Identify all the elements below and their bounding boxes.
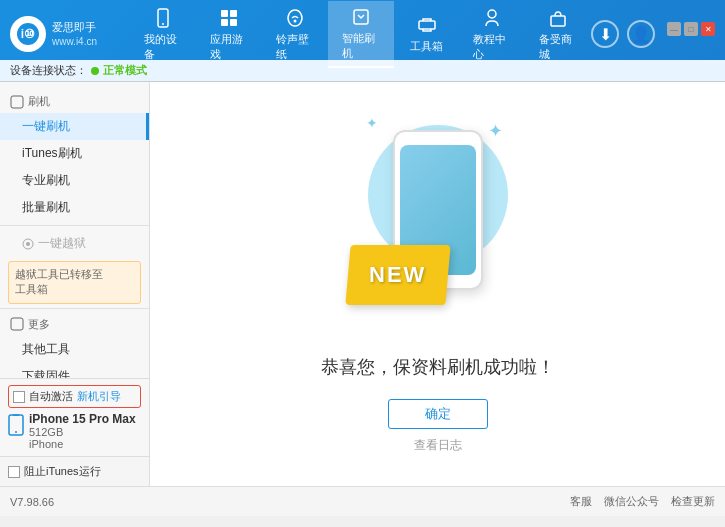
- sparkle-right: ✦: [488, 120, 503, 142]
- user-btn[interactable]: 👤: [627, 20, 655, 48]
- tab-shop-label: 备受商城: [539, 32, 577, 62]
- sidebar-item-one-click[interactable]: 一键刷机: [0, 113, 149, 140]
- item-one-click-label: 一键刷机: [22, 119, 70, 133]
- tab-apps-label: 应用游戏: [210, 32, 248, 62]
- device-phone-icon: [8, 414, 24, 440]
- sidebar-item-itunes[interactable]: iTunes刷机: [0, 140, 149, 167]
- maximize-btn[interactable]: □: [684, 22, 698, 36]
- auto-activate-checkbox[interactable]: [13, 391, 25, 403]
- tools-icon: [416, 14, 438, 36]
- logo-icon: i⑩: [10, 16, 46, 52]
- nav-tab-device[interactable]: 我的设备: [130, 1, 196, 68]
- tab-ringtone-label: 铃声壁纸: [276, 32, 314, 62]
- device-name: iPhone 15 Pro Max: [29, 412, 136, 426]
- svg-rect-10: [419, 21, 435, 29]
- svg-point-18: [15, 431, 17, 433]
- more-label: 更多: [28, 317, 50, 332]
- nav-tab-tutorial[interactable]: 教程中心: [459, 1, 525, 68]
- jailbreak-label: 一键越狱: [38, 235, 86, 252]
- main-container: 刷机 一键刷机 iTunes刷机 专业刷机 批量刷机 一键越狱 越狱: [0, 82, 725, 486]
- bottom-right: 客服 微信公众号 检查更新: [570, 494, 715, 509]
- view-log-link[interactable]: 查看日志: [414, 437, 462, 454]
- logo-area: i⑩ 爱思即手 www.i4.cn: [10, 16, 130, 52]
- sparkle-left: ✦: [366, 115, 378, 131]
- minimize-btn[interactable]: —: [667, 22, 681, 36]
- wechat-link[interactable]: 微信公众号: [604, 494, 659, 509]
- nav-tab-apps[interactable]: 应用游戏: [196, 1, 262, 68]
- sidebar-notice: 越狱工具已转移至工具箱: [8, 261, 141, 304]
- download-btn[interactable]: ⬇: [591, 20, 619, 48]
- ringtone-icon: [284, 7, 306, 29]
- nav-tab-ringtone[interactable]: 铃声壁纸: [262, 1, 328, 68]
- svg-point-11: [488, 10, 496, 18]
- new-badge-text: NEW: [369, 262, 426, 288]
- device-info: iPhone 15 Pro Max 512GB iPhone: [8, 412, 141, 450]
- main-content: ✦ ✦ NEW 恭喜您，保资料刷机成功啦！ 确定 查看日志: [150, 82, 725, 486]
- item-pro-label: 专业刷机: [22, 173, 70, 187]
- svg-rect-7: [230, 19, 237, 26]
- sidebar-divider-2: [0, 308, 149, 309]
- sidebar-item-batch[interactable]: 批量刷机: [0, 194, 149, 221]
- itunes-bar: 阻止iTunes运行: [0, 456, 150, 486]
- close-btn[interactable]: ✕: [701, 22, 715, 36]
- sidebar-divider-1: [0, 225, 149, 226]
- svg-rect-4: [221, 10, 228, 17]
- new-badge: NEW: [345, 245, 450, 305]
- app-subtitle: www.i4.cn: [52, 35, 97, 48]
- svg-rect-16: [11, 318, 23, 330]
- status-indicator: [91, 67, 99, 75]
- nav-tab-smart[interactable]: 智能刷机: [328, 1, 394, 68]
- check-update-link[interactable]: 检查更新: [671, 494, 715, 509]
- svg-rect-5: [230, 10, 237, 17]
- svg-rect-19: [13, 415, 19, 417]
- device-type: iPhone: [29, 438, 136, 450]
- sidebar-item-jailbreak-disabled: 一键越狱: [0, 230, 149, 257]
- item-batch-label: 批量刷机: [22, 200, 70, 214]
- smart-icon: [350, 6, 372, 28]
- status-label: 设备连接状态：: [10, 63, 87, 78]
- confirm-button[interactable]: 确定: [388, 399, 488, 429]
- app-title: 爱思即手: [52, 20, 97, 34]
- svg-point-3: [162, 23, 164, 25]
- auto-activate-row: 自动激活 新机引导: [8, 385, 141, 408]
- svg-rect-6: [221, 19, 228, 26]
- itunes-checkbox[interactable]: [8, 466, 20, 478]
- tab-tools-label: 工具箱: [410, 39, 443, 54]
- more-section-header: 更多: [0, 313, 149, 336]
- nav-tabs: 我的设备 应用游戏 铃声壁纸 智能刷机: [130, 1, 591, 68]
- tab-device-label: 我的设备: [144, 32, 182, 62]
- other-tools-label: 其他工具: [22, 342, 70, 356]
- nav-tab-shop[interactable]: 备受商城: [525, 1, 591, 68]
- svg-point-15: [26, 242, 30, 246]
- svg-rect-12: [551, 16, 565, 26]
- flash-section-header: 刷机: [0, 90, 149, 113]
- shop-icon: [547, 7, 569, 29]
- apps-icon: [218, 7, 240, 29]
- device-panel: 自动激活 新机引导 iPhone 15 Pro Max 512GB iPhone: [0, 378, 149, 456]
- logo-text: 爱思即手 www.i4.cn: [52, 20, 97, 47]
- auto-activate-label[interactable]: 自动激活: [29, 389, 73, 404]
- bottom-left: V7.98.66: [10, 496, 54, 508]
- svg-text:i⑩: i⑩: [21, 27, 35, 41]
- confirm-label: 确定: [425, 405, 451, 423]
- sidebar: 刷机 一键刷机 iTunes刷机 专业刷机 批量刷机 一键越狱 越狱: [0, 82, 150, 486]
- flash-label: 刷机: [28, 94, 50, 109]
- guide-link[interactable]: 新机引导: [77, 389, 121, 404]
- nav-tab-tools[interactable]: 工具箱: [394, 1, 459, 68]
- version-text: V7.98.66: [10, 496, 54, 508]
- phone-illustration: ✦ ✦ NEW: [348, 115, 528, 335]
- customer-service-link[interactable]: 客服: [570, 494, 592, 509]
- svg-point-8: [294, 19, 297, 22]
- tab-tutorial-label: 教程中心: [473, 32, 511, 62]
- app-header: i⑩ 爱思即手 www.i4.cn 我的设备 应用游戏: [0, 0, 725, 60]
- itunes-label: 阻止iTunes运行: [24, 464, 101, 479]
- device-storage: 512GB: [29, 426, 136, 438]
- item-itunes-label: iTunes刷机: [22, 146, 82, 160]
- sidebar-item-pro[interactable]: 专业刷机: [0, 167, 149, 194]
- header-right: ⬇ 👤 — □ ✕: [591, 20, 715, 48]
- notice-text: 越狱工具已转移至工具箱: [15, 268, 103, 295]
- sidebar-item-other-tools[interactable]: 其他工具: [0, 336, 149, 363]
- success-message: 恭喜您，保资料刷机成功啦！: [321, 355, 555, 379]
- tutorial-icon: [481, 7, 503, 29]
- device-details: iPhone 15 Pro Max 512GB iPhone: [29, 412, 136, 450]
